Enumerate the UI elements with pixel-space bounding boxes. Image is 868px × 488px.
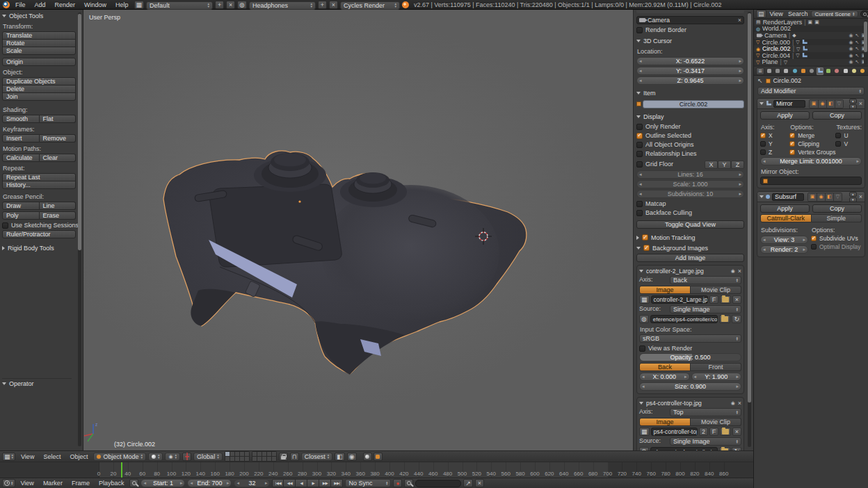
remove-image-icon[interactable]: × xyxy=(738,268,741,275)
reload-image-button[interactable]: ↻ xyxy=(732,315,741,323)
select-toggle-icon[interactable]: ↖ xyxy=(855,46,860,51)
bg1-movieclip-tab[interactable]: Movie Clip xyxy=(691,286,741,294)
subsurf-modifier-header[interactable]: Subsurf ▣ ◉ ◧ ▽ ▴▾ × xyxy=(757,192,865,202)
axis-z-toggle[interactable]: Z xyxy=(731,161,744,169)
remove-keyframe-button[interactable]: Remove xyxy=(40,134,77,143)
mirror-axis-y-checkbox[interactable] xyxy=(760,141,766,147)
only-render-row[interactable]: Only Render xyxy=(636,123,744,130)
render-visibility-toggle[interactable]: ▣ xyxy=(808,193,817,201)
viewport-visibility-toggle[interactable]: ◉ xyxy=(817,193,825,201)
outliner-menu-search[interactable]: Search xyxy=(787,10,810,17)
add-modifier-dropdown[interactable]: Add Modifier▴▾ xyxy=(757,87,865,95)
backface-checkbox[interactable] xyxy=(636,210,643,216)
grid-floor-row[interactable]: Grid Floor X Y Z xyxy=(636,159,744,169)
grid-scale-field[interactable]: ◂Scale: 1.000▸ xyxy=(636,180,744,188)
clear-paths-button[interactable]: Clear xyxy=(40,154,77,162)
menu-render[interactable]: Render xyxy=(51,1,79,8)
delete-scene-button[interactable]: × xyxy=(329,1,338,9)
origin-button[interactable]: Origin xyxy=(2,58,76,66)
menu-add[interactable]: Add xyxy=(31,1,49,8)
timeline-menu-frame[interactable]: Frame xyxy=(68,480,93,487)
bg1-source-dropdown[interactable]: Single Image▴▾ xyxy=(670,305,741,314)
add-image-button[interactable]: Add Image xyxy=(636,254,744,262)
cursor-z-field[interactable]: ◂Z: 0.9645▸ xyxy=(636,76,744,85)
mirror-vgroups-checkbox[interactable] xyxy=(789,149,795,155)
active-keying-set-icon[interactable] xyxy=(404,479,413,487)
view-as-render-checkbox[interactable] xyxy=(639,345,645,352)
blender-logo-icon[interactable] xyxy=(3,1,10,8)
transform-orientation-selector[interactable]: Global▴▾ xyxy=(193,453,223,461)
grid-floor-checkbox[interactable] xyxy=(636,161,643,168)
bg1-image-tab[interactable]: Image xyxy=(639,286,691,294)
outline-selected-row[interactable]: Outline Selected xyxy=(636,132,744,139)
editor-type-icon[interactable]: ▦▴▾ xyxy=(2,453,15,461)
layers-grid-left[interactable] xyxy=(225,451,250,462)
outliner-row-plane[interactable]: ▽Plane|▽ ◉↖▣ xyxy=(754,59,868,66)
bg-image-2-header[interactable]: ps4-controller-top.jpg◉× xyxy=(639,399,741,407)
bg2-fake-user-button[interactable]: F xyxy=(709,428,718,436)
catmull-clark-toggle[interactable]: Catmull-Clark xyxy=(760,214,812,222)
bg1-offset-y-field[interactable]: ◂Y: 1.900▸ xyxy=(691,373,742,381)
view3d-menu-select[interactable]: Select xyxy=(40,453,64,460)
open-image-button[interactable] xyxy=(720,295,731,304)
outliner-row-camera[interactable]: Camera|◆ ◉↖▣ xyxy=(754,32,868,39)
play-button[interactable]: ▶ xyxy=(307,479,319,487)
axis-y-toggle[interactable]: Y xyxy=(718,161,731,169)
outliner-menu-view[interactable]: View xyxy=(769,10,785,17)
rigid-body-tools-panel-header[interactable]: Rigid Body Tools xyxy=(2,243,76,252)
snap-magnet-icon[interactable]: U xyxy=(290,453,299,461)
remove-image-icon[interactable]: × xyxy=(738,400,741,407)
outliner-row-renderlayers[interactable]: ▤RenderLayers| ▣▣ xyxy=(754,19,868,26)
delete-layout-button[interactable]: × xyxy=(226,1,235,9)
bg2-image-tab[interactable]: Image xyxy=(639,418,691,426)
delete-modifier-icon[interactable]: × xyxy=(859,100,862,107)
move-modifier-down-button[interactable]: ▾ xyxy=(849,197,857,202)
item-panel-header[interactable]: Item xyxy=(636,88,744,97)
timeline-menu-marker[interactable]: Marker xyxy=(40,480,66,487)
bg2-axis-dropdown[interactable]: Top▴▾ xyxy=(670,408,741,416)
image-datablock-icon[interactable]: ▦ xyxy=(639,428,650,436)
relationship-lines-row[interactable]: Relationship Lines xyxy=(636,150,744,157)
start-frame-field[interactable]: ◂Start: 1▸ xyxy=(140,479,185,487)
timeline-ruler[interactable]: 0204060801001201401601802002202402602803… xyxy=(0,462,753,478)
insert-keyframe-button[interactable]: Insert xyxy=(2,134,40,143)
hide-toggle-icon[interactable]: ◉ xyxy=(849,46,853,51)
screen-layout-selector[interactable]: Default▴▾ xyxy=(146,1,213,10)
camera-datablock[interactable]: Camera× xyxy=(636,16,744,24)
scene-icon[interactable]: ◍ xyxy=(237,1,247,9)
collapse-icon[interactable] xyxy=(760,102,764,105)
subsurf-name-field[interactable]: Subsurf xyxy=(772,193,804,201)
bg1-view-as-render-row[interactable]: View as Render xyxy=(639,345,741,352)
move-modifier-down-button[interactable]: ▾ xyxy=(849,104,857,109)
editor-type-icon[interactable]: ▴▾ xyxy=(2,479,15,487)
manipulator-axis-icon[interactable]: ╋ xyxy=(182,453,191,461)
viewport-shading-selector[interactable]: ▴▾ xyxy=(148,453,163,461)
viewport-visibility-toggle[interactable]: ◉ xyxy=(818,100,826,108)
viewport-3d[interactable]: z User Persp (32) Circle.002 xyxy=(83,10,633,450)
snap-target-selector[interactable]: Closest▴▾ xyxy=(301,453,333,461)
view3d-menu-view[interactable]: View xyxy=(17,453,38,460)
subdivide-uvs-checkbox[interactable] xyxy=(811,236,817,241)
flat-button[interactable]: Flat xyxy=(40,115,77,123)
motion-tracking-panel-header[interactable]: Motion Tracking xyxy=(636,233,744,242)
keying-set-field[interactable] xyxy=(415,480,461,487)
object-tools-panel-header[interactable]: Object Tools xyxy=(2,11,76,20)
mirror-copy-button[interactable]: Copy xyxy=(812,111,862,120)
subsurf-copy-button[interactable]: Copy xyxy=(812,204,862,213)
bg1-axis-dropdown[interactable]: Back▴▾ xyxy=(670,276,741,284)
tab-render-layers-icon[interactable] xyxy=(774,67,781,75)
toggle-quad-view-button[interactable]: Toggle Quad View xyxy=(636,220,744,229)
background-images-checkbox[interactable] xyxy=(643,245,650,251)
end-frame-field[interactable]: ◂End: 700▸ xyxy=(187,479,232,487)
menu-window[interactable]: Window xyxy=(81,1,110,8)
move-modifier-up-button[interactable]: ▴ xyxy=(849,192,857,197)
editmode-visibility-toggle[interactable]: ◧ xyxy=(825,193,833,201)
item-name-field[interactable]: Circle.002 xyxy=(643,100,744,108)
add-scene-button[interactable]: + xyxy=(318,1,327,9)
opengl-render-icon[interactable] xyxy=(363,453,372,461)
backface-culling-row[interactable]: Backface Culling xyxy=(636,209,744,216)
mirror-axis-z-checkbox[interactable] xyxy=(760,149,766,155)
outliner-row-circle000[interactable]: ▽Circle.000|▽ ◉↖▣ xyxy=(754,39,868,46)
bg1-image-datablock[interactable]: controller-2_Large.jpg xyxy=(651,295,708,304)
tab-particles-icon[interactable] xyxy=(851,67,858,75)
